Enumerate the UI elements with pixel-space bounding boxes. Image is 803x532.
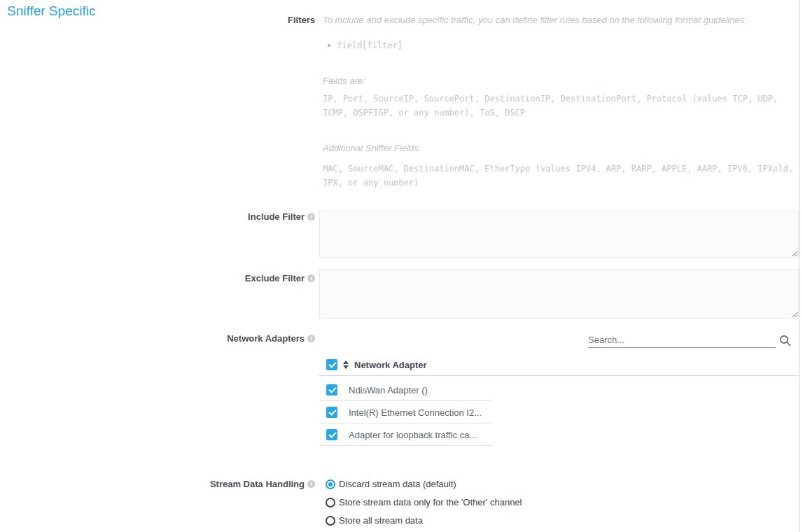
- include-filter-label: Include Filter i: [0, 211, 315, 222]
- include-filter-input[interactable]: [319, 211, 799, 258]
- filters-label: Filters: [0, 15, 315, 25]
- search-icon[interactable]: [779, 335, 791, 346]
- radio-option-label: Store all stream data: [339, 515, 423, 526]
- radio-option-label: Discard stream data (default): [339, 479, 456, 489]
- additional-fields-heading: Additional Sniffer Fields:: [323, 143, 421, 153]
- stream-data-handling-label: Stream Data Handling i: [0, 479, 315, 489]
- include-filter-label-text: Include Filter: [248, 211, 305, 222]
- stream-data-handling-label-text: Stream Data Handling: [210, 479, 305, 489]
- bullet-dot: [328, 44, 330, 47]
- adapter-table-header: Network Adapter: [326, 359, 427, 370]
- panel-edge-divider: [799, 0, 799, 532]
- row-divider: [319, 445, 492, 446]
- table-row: Adapter for loopback traffic ca...: [326, 429, 493, 440]
- row-divider: [319, 423, 492, 424]
- radio-option-label: Store stream data only for the 'Other' c…: [339, 497, 522, 507]
- filter-format-example: field[filter]: [337, 41, 403, 50]
- adapter-name: NdisWan Adapter (): [349, 385, 428, 396]
- adapter-search-input[interactable]: [588, 333, 776, 348]
- adapter-search: [588, 333, 791, 348]
- adapter-name: Intel(R) Ethernet Connection I2...: [349, 407, 482, 418]
- sniffer-specific-settings-page: Sniffer Specific Filters To include and …: [0, 0, 803, 532]
- table-row: NdisWan Adapter (): [326, 384, 493, 396]
- radio-button-icon[interactable]: [326, 516, 335, 526]
- adapter-checkbox[interactable]: [326, 407, 337, 418]
- include-filter-info-icon[interactable]: i: [307, 213, 315, 220]
- network-adapters-info-icon[interactable]: i: [307, 335, 315, 342]
- filters-intro-text: To include and exclude specific traffic,…: [323, 15, 747, 25]
- exclude-filter-info-icon[interactable]: i: [307, 274, 315, 282]
- filters-label-text: Filters: [288, 15, 315, 25]
- fields-heading: Fields are:: [323, 76, 365, 86]
- select-all-checkbox[interactable]: [326, 359, 337, 370]
- radio-option-store-all[interactable]: Store all stream data: [326, 515, 423, 526]
- radio-button-icon[interactable]: [326, 498, 335, 507]
- network-adapters-label-text: Network Adapters: [227, 333, 305, 344]
- header-divider: [319, 375, 799, 376]
- additional-fields-list: MAC, SourceMAC, DestinationMAC, EtherTyp…: [323, 162, 803, 190]
- radio-option-store-other[interactable]: Store stream data only for the 'Other' c…: [326, 497, 522, 507]
- radio-button-selected-icon[interactable]: [326, 479, 335, 489]
- fields-list: IP, Port, SourceIP, SourcePort, Destinat…: [323, 92, 803, 120]
- stream-data-handling-info-icon[interactable]: i: [307, 480, 315, 488]
- exclude-filter-label: Exclude Filter i: [0, 273, 315, 284]
- exclude-filter-input[interactable]: [319, 270, 799, 318]
- adapter-column-header[interactable]: Network Adapter: [354, 360, 427, 370]
- adapter-checkbox[interactable]: [326, 429, 337, 440]
- row-divider: [319, 400, 492, 401]
- filters-format-bullet: field[filter]: [328, 41, 403, 50]
- radio-option-discard[interactable]: Discard stream data (default): [326, 479, 456, 489]
- adapter-name: Adapter for loopback traffic ca...: [349, 430, 477, 440]
- adapter-checkbox[interactable]: [326, 384, 337, 396]
- exclude-filter-label-text: Exclude Filter: [245, 273, 305, 284]
- network-adapters-label: Network Adapters i: [0, 333, 315, 344]
- sort-icon[interactable]: [343, 360, 349, 369]
- table-row: Intel(R) Ethernet Connection I2...: [326, 407, 493, 418]
